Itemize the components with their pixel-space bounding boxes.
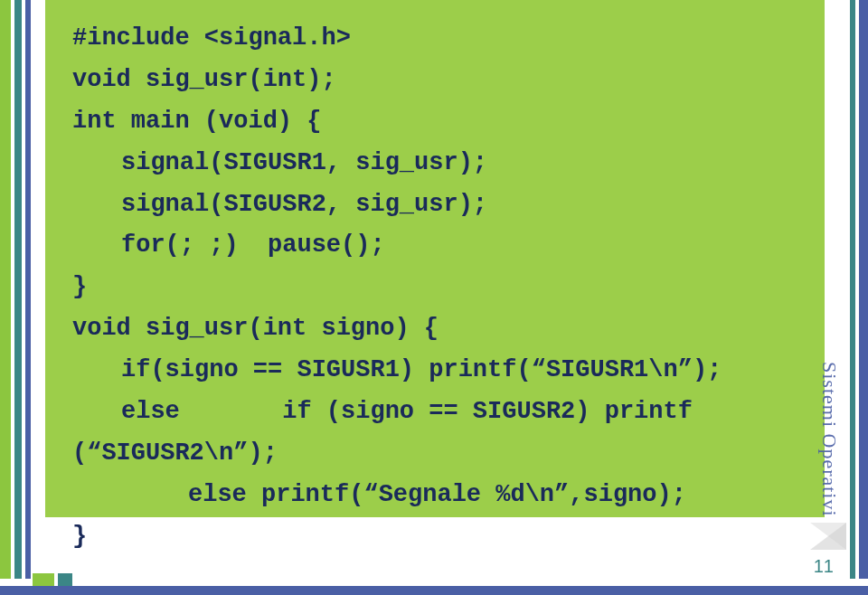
page-curl-icon <box>810 523 846 550</box>
accent-square <box>33 573 54 586</box>
code-line: (“SIGUSR2\n”); <box>72 433 797 475</box>
code-line: #include <signal.h> <box>72 18 797 60</box>
accent-stripe <box>0 0 11 579</box>
bottom-accent-bar <box>0 586 868 595</box>
code-line: signal(SIGUSR2, sig_usr); <box>72 184 797 226</box>
code-line: int main (void) { <box>72 101 797 143</box>
code-text: if (signo == SIGUSR2) printf <box>282 398 693 425</box>
code-line: } <box>72 516 797 558</box>
sidebar-title: Sistemi Operativi <box>817 362 841 517</box>
code-text: else <box>72 398 180 425</box>
code-line: signal(SIGUSR1, sig_usr); <box>72 143 797 184</box>
code-line: void sig_usr(int signo) { <box>72 308 797 350</box>
code-line: if(signo == SIGUSR1) printf(“SIGUSR1\n”)… <box>72 350 797 392</box>
code-line: else if (signo == SIGUSR2) printf <box>72 392 797 433</box>
accent-stripe <box>859 0 868 579</box>
accent-square <box>58 573 72 586</box>
accent-stripe <box>850 0 855 579</box>
code-text <box>180 398 282 425</box>
code-line: for(; ;) pause(); <box>72 225 797 267</box>
code-line: } <box>72 267 797 308</box>
code-line: void sig_usr(int); <box>72 60 797 101</box>
page-number: 11 <box>814 556 834 577</box>
accent-stripe <box>25 0 31 579</box>
slide: #include <signal.h> void sig_usr(int); i… <box>0 0 868 595</box>
code-block: #include <signal.h> void sig_usr(int); i… <box>45 0 825 517</box>
accent-stripe <box>14 0 22 579</box>
code-line: else printf(“Segnale %d\n”,signo); <box>72 475 797 516</box>
